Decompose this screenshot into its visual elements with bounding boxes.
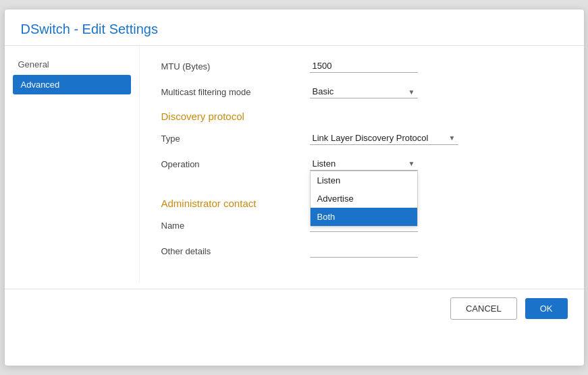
operation-option-listen[interactable]: Listen <box>311 171 417 190</box>
mtu-input[interactable] <box>310 59 418 73</box>
mtu-value-wrapper <box>310 59 562 73</box>
operation-row: Operation Listen ▼ Listen Advertise Both <box>161 157 562 171</box>
operation-dropdown-menu: Listen Advertise Both <box>310 171 418 227</box>
dialog-title: DSwitch - Edit Settings <box>5 9 584 46</box>
mtu-row: MTU (Bytes) <box>161 59 562 73</box>
operation-value-wrapper: Listen ▼ Listen Advertise Both <box>310 157 562 171</box>
mtu-label: MTU (Bytes) <box>161 61 310 71</box>
multicast-select[interactable]: Basic IGMP/MLD Snooping <box>310 85 418 98</box>
type-value-wrapper: Link Layer Discovery Protocol ▼ <box>310 132 562 145</box>
cancel-button[interactable]: CANCEL <box>450 297 517 320</box>
ok-button[interactable]: OK <box>525 298 568 319</box>
other-details-input[interactable] <box>310 244 418 258</box>
dialog-body: General Advanced MTU (Bytes) Multicast f… <box>5 46 584 283</box>
operation-option-advertise[interactable]: Advertise <box>311 190 417 208</box>
sidebar-item-advanced[interactable]: Advanced <box>13 75 131 94</box>
lldp-chevron-icon: ▼ <box>449 134 456 142</box>
operation-dropdown-container: Listen ▼ Listen Advertise Both <box>310 157 418 171</box>
operation-dropdown-trigger[interactable]: Listen ▼ <box>310 157 418 171</box>
type-row: Type Link Layer Discovery Protocol ▼ <box>161 132 562 145</box>
discovery-section-title: Discovery protocol <box>161 111 562 122</box>
main-content: MTU (Bytes) Multicast filtering mode Bas… <box>140 46 584 283</box>
multicast-row: Multicast filtering mode Basic IGMP/MLD … <box>161 85 562 98</box>
sidebar: General Advanced <box>5 46 140 283</box>
operation-current-value: Listen <box>313 158 336 169</box>
edit-settings-dialog: DSwitch - Edit Settings General Advanced… <box>4 9 585 366</box>
name-label: Name <box>161 221 310 231</box>
lldp-dropdown-value: Link Layer Discovery Protocol <box>313 133 429 143</box>
other-details-row: Other details <box>161 244 562 258</box>
multicast-label: Multicast filtering mode <box>161 87 310 97</box>
other-details-label: Other details <box>161 246 310 256</box>
operation-label: Operation <box>161 159 310 169</box>
dialog-footer: CANCEL OK <box>5 289 584 328</box>
type-label: Type <box>161 134 310 144</box>
other-details-value-wrapper <box>310 244 562 258</box>
lldp-dropdown[interactable]: Link Layer Discovery Protocol ▼ <box>310 132 458 145</box>
multicast-select-wrapper: Basic IGMP/MLD Snooping ▼ <box>310 85 418 98</box>
sidebar-group-label: General <box>13 57 131 75</box>
discovery-section: Discovery protocol Type Link Layer Disco… <box>161 111 562 171</box>
multicast-value-wrapper: Basic IGMP/MLD Snooping ▼ <box>310 85 562 98</box>
operation-option-both[interactable]: Both <box>311 208 417 226</box>
operation-chevron-icon: ▼ <box>408 160 415 167</box>
